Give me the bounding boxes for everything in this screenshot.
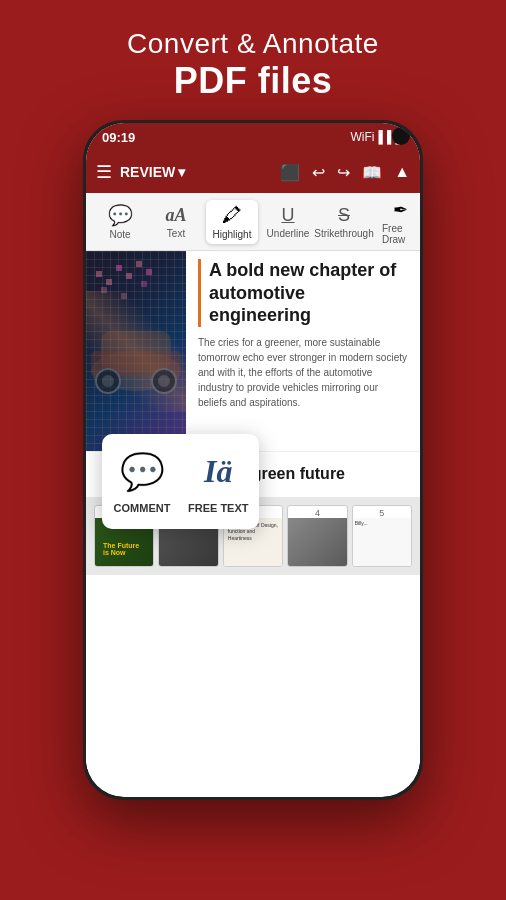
- comment-icon: 💬: [120, 451, 165, 493]
- svg-rect-12: [146, 269, 152, 275]
- chevron-up-icon[interactable]: ▲: [394, 163, 410, 181]
- note-icon: 💬: [108, 203, 133, 227]
- highlight-label: Highlight: [213, 229, 252, 240]
- toolbar-title[interactable]: REVIEW ▾: [120, 164, 185, 180]
- review-label: REVIEW: [120, 164, 175, 180]
- svg-point-5: [102, 375, 114, 387]
- thumb-5[interactable]: 5 Billy...: [352, 505, 412, 567]
- freetext-popup-label: FREE TEXT: [188, 502, 249, 515]
- thumb-num-5: 5: [379, 508, 384, 518]
- text-icon: aA: [165, 205, 186, 226]
- pdf-heading-1: A bold new chapter of automotive enginee…: [198, 259, 408, 327]
- freetext-icon-wrap: Iä: [194, 448, 242, 496]
- thumb1-label: The Futureis Now: [99, 538, 143, 560]
- annotation-popup: 💬 COMMENT Iä FREE TEXT: [102, 434, 259, 529]
- app-header: Convert & Annotate PDF files: [0, 0, 506, 120]
- camera-notch: [392, 127, 410, 145]
- underline-icon: U: [282, 205, 295, 226]
- highlight-icon: 🖍: [222, 204, 242, 227]
- svg-rect-8: [106, 279, 112, 285]
- freetext-icon: Iä: [204, 453, 232, 490]
- comment-popup-label: COMMENT: [114, 502, 171, 515]
- freedraw-tool[interactable]: ✒ Free Draw: [374, 195, 420, 249]
- text-label: Text: [167, 228, 185, 239]
- menu-icon[interactable]: ☰: [96, 161, 112, 183]
- pdf-text-area: A bold new chapter of automotive enginee…: [186, 251, 420, 451]
- text-tool[interactable]: aA Text: [150, 201, 202, 243]
- highlight-tool[interactable]: 🖍 Highlight: [206, 200, 258, 244]
- pdf-car-image: [86, 251, 186, 451]
- freetext-popup-item[interactable]: Iä FREE TEXT: [188, 448, 249, 515]
- redo-icon[interactable]: ↪: [337, 163, 350, 182]
- svg-point-6: [158, 375, 170, 387]
- strikethrough-icon: S: [338, 205, 350, 226]
- svg-rect-11: [136, 261, 142, 267]
- svg-rect-9: [116, 265, 122, 271]
- svg-rect-15: [141, 281, 147, 287]
- dropdown-icon: ▾: [178, 164, 185, 180]
- comment-popup-item[interactable]: 💬 COMMENT: [112, 448, 172, 515]
- thumb5-label: Billy...: [353, 518, 411, 528]
- strikethrough-label: Strikethrough: [314, 228, 373, 239]
- note-label: Note: [109, 229, 130, 240]
- undo-icon[interactable]: ↩: [312, 163, 325, 182]
- pdf-body-1: The cries for a greener, more sustainabl…: [198, 335, 408, 410]
- strikethrough-tool[interactable]: S Strikethrough: [318, 201, 370, 243]
- pdf-first-section: A bold new chapter of automotive enginee…: [86, 251, 420, 451]
- main-toolbar: ☰ REVIEW ▾ ⬛ ↩ ↪ 📖 ▲: [86, 151, 420, 193]
- comment-icon-wrap: 💬: [118, 448, 166, 496]
- wifi-icon: WiFi: [350, 130, 374, 144]
- svg-rect-13: [101, 287, 107, 293]
- phone-screen: 09:19 WiFi ▌▌▌ ☰ REVIEW ▾ ⬛: [86, 123, 420, 797]
- underline-label: Underline: [267, 228, 310, 239]
- header-title: PDF files: [20, 60, 486, 102]
- svg-rect-10: [126, 273, 132, 279]
- thumb-num-4: 4: [315, 508, 320, 518]
- book-icon[interactable]: 📖: [362, 163, 382, 182]
- bookmark-icon[interactable]: ⬛: [280, 163, 300, 182]
- status-time: 09:19: [102, 130, 135, 145]
- header-subtitle: Convert & Annotate: [20, 28, 486, 60]
- freedraw-icon: ✒: [393, 199, 408, 221]
- thumb-4[interactable]: 4: [287, 505, 347, 567]
- status-bar: 09:19 WiFi ▌▌▌: [86, 123, 420, 151]
- underline-tool[interactable]: U Underline: [262, 201, 314, 243]
- svg-rect-14: [121, 293, 127, 299]
- annotation-toolbar: 💬 Note aA Text 🖍 Highlight U Underline: [86, 193, 420, 251]
- note-tool[interactable]: 💬 Note: [94, 199, 146, 244]
- phone-shell: 09:19 WiFi ▌▌▌ ☰ REVIEW ▾ ⬛: [83, 120, 423, 800]
- toolbar-actions: ⬛ ↩ ↪ 📖 ▲: [280, 163, 410, 182]
- phone-device: 09:19 WiFi ▌▌▌ ☰ REVIEW ▾ ⬛: [83, 120, 423, 800]
- svg-rect-7: [96, 271, 102, 277]
- freedraw-label: Free Draw: [382, 223, 418, 245]
